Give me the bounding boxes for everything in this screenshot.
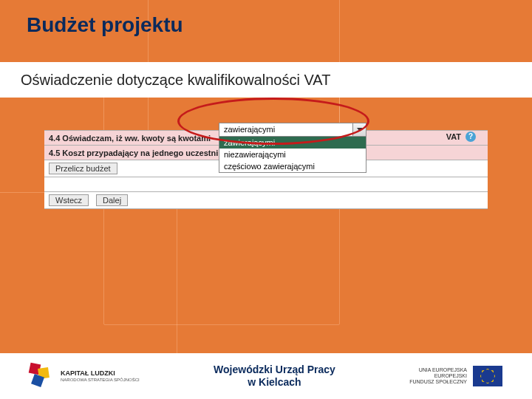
subtitle-text: Oświadczenie dotyczące kwalifikowalności…: [21, 72, 330, 89]
logo-eu: UNIA EUROPEJSKA EUROPEJSKI FUNDUSZ SPOŁE…: [409, 366, 502, 386]
next-button[interactable]: Dalej: [96, 194, 128, 206]
vat-dropdown[interactable]: zawierającymi zawierającymi niezawierają…: [219, 123, 366, 173]
dropdown-value: zawierającymi: [219, 123, 279, 135]
row-44-label: 4.4 Oświadczam, iż ww. kwoty są kwotami: [44, 132, 215, 145]
dropdown-option[interactable]: niezawierającymi: [219, 149, 366, 160]
kl-mark-icon: [30, 364, 55, 389]
kl-text: KAPITAŁ LUDZKI NARODOWA STRATEGIA SPÓJNO…: [61, 370, 140, 382]
footer-center-line1: Wojewódzki Urząd Pracy: [214, 364, 335, 376]
dropdown-option[interactable]: częściowo zawierającymi: [219, 160, 366, 172]
form-row-nav: Wstecz Dalej: [44, 191, 488, 209]
kl-line1: KAPITAŁ LUDZKI: [61, 370, 140, 378]
dropdown-field[interactable]: zawierającymi: [219, 123, 366, 137]
kl-line2: NARODOWA STRATEGIA SPÓJNOŚCI: [61, 378, 140, 383]
subtitle-bar: Oświadczenie dotyczące kwalifikowalności…: [0, 62, 532, 98]
recalc-button[interactable]: Przelicz budżet: [49, 163, 117, 174]
logo-kapital-ludzki: KAPITAŁ LUDZKI NARODOWA STRATEGIA SPÓJNO…: [30, 364, 140, 389]
vat-label: VAT: [446, 132, 461, 141]
slide-title: Budżet projektu: [27, 13, 183, 37]
dropdown-option[interactable]: zawierającymi: [219, 137, 366, 149]
footer-center-line2: w Kielcach: [214, 376, 335, 389]
eu-line2: EUROPEJSKI: [409, 373, 467, 379]
form-spacer: [44, 177, 488, 191]
eu-line1: UNIA EUROPEJSKA: [409, 367, 467, 373]
eu-line3: FUNDUSZ SPOŁECZNY: [409, 379, 467, 385]
eu-flag-icon: [473, 366, 502, 386]
footer-center: Wojewódzki Urząd Pracy w Kielcach: [214, 364, 335, 389]
footer: KAPITAŁ LUDZKI NARODOWA STRATEGIA SPÓJNO…: [0, 353, 532, 399]
chevron-down-icon[interactable]: [352, 123, 366, 136]
eu-text: UNIA EUROPEJSKA EUROPEJSKI FUNDUSZ SPOŁE…: [409, 367, 467, 384]
row-45-label: 4.5 Koszt przypadający na jednego uczest…: [44, 146, 222, 160]
help-icon[interactable]: ?: [466, 132, 476, 142]
back-button[interactable]: Wstecz: [49, 194, 89, 206]
